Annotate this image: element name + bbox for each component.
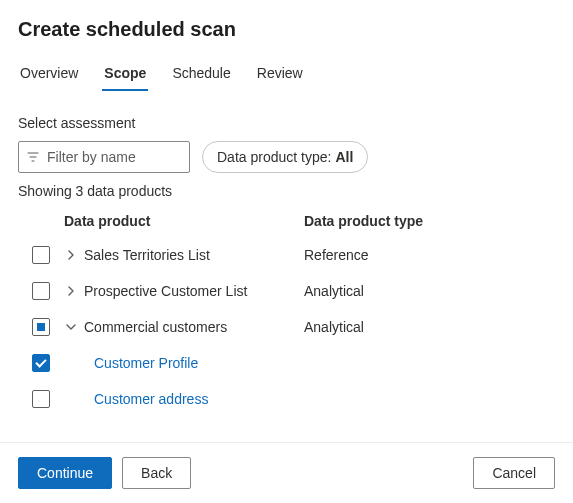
cancel-button[interactable]: Cancel	[473, 457, 555, 489]
tabs: Overview Scope Schedule Review	[18, 59, 555, 91]
tab-schedule[interactable]: Schedule	[170, 59, 232, 91]
col-header-product: Data product	[64, 213, 304, 229]
filter-input-wrap[interactable]	[18, 141, 190, 173]
back-button[interactable]: Back	[122, 457, 191, 489]
table-row: Sales Territories List Reference	[18, 237, 555, 273]
row-checkbox[interactable]	[32, 354, 50, 372]
chevron-down-icon[interactable]	[64, 322, 78, 332]
section-label: Select assessment	[18, 115, 555, 131]
row-checkbox[interactable]	[32, 318, 50, 336]
row-type: Reference	[304, 247, 555, 263]
filter-icon	[27, 151, 39, 163]
row-label: Commercial customers	[84, 319, 227, 335]
page-title: Create scheduled scan	[18, 18, 555, 41]
table-row: Customer Profile	[18, 345, 555, 381]
tab-review[interactable]: Review	[255, 59, 305, 91]
table-header: Data product Data product type	[18, 205, 555, 237]
row-checkbox[interactable]	[32, 282, 50, 300]
type-filter-pill[interactable]: Data product type: All	[202, 141, 368, 173]
footer: Continue Back Cancel	[0, 442, 573, 503]
type-filter-value: All	[335, 149, 353, 165]
row-type: Analytical	[304, 283, 555, 299]
tab-overview[interactable]: Overview	[18, 59, 80, 91]
table-row: Commercial customers Analytical	[18, 309, 555, 345]
filter-input[interactable]	[45, 148, 181, 166]
row-type: Analytical	[304, 319, 555, 335]
col-header-type: Data product type	[304, 213, 555, 229]
type-filter-label: Data product type:	[217, 149, 331, 165]
row-checkbox[interactable]	[32, 246, 50, 264]
chevron-right-icon[interactable]	[64, 286, 78, 296]
chevron-right-icon[interactable]	[64, 250, 78, 260]
tab-scope[interactable]: Scope	[102, 59, 148, 91]
table-row: Customer address	[18, 381, 555, 417]
row-label[interactable]: Customer Profile	[94, 355, 198, 371]
row-label: Sales Territories List	[84, 247, 210, 263]
results-count: Showing 3 data products	[18, 183, 555, 199]
row-checkbox[interactable]	[32, 390, 50, 408]
row-label: Prospective Customer List	[84, 283, 247, 299]
row-label[interactable]: Customer address	[94, 391, 208, 407]
table-row: Prospective Customer List Analytical	[18, 273, 555, 309]
continue-button[interactable]: Continue	[18, 457, 112, 489]
